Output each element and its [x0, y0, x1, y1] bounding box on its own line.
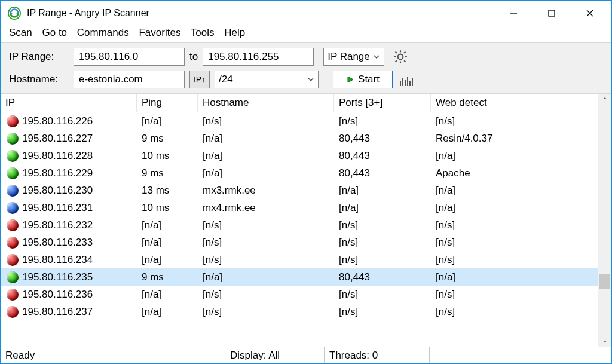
cell-ports: [n/a] — [334, 183, 431, 198]
cell-ports: 80,443 — [334, 131, 431, 146]
scroll-down-icon[interactable]: ⌄ — [598, 334, 611, 347]
status-orb-icon — [7, 219, 19, 231]
cell-hostname: mx3.rmk.ee — [198, 183, 334, 198]
ip-start-input[interactable] — [74, 48, 185, 66]
play-icon — [346, 75, 354, 84]
cell-hostname: [n/a] — [198, 166, 334, 181]
table-header: IP Ping Hostname Ports [3+] Web detect — [1, 94, 611, 112]
cell-webdetect: [n/s] — [431, 287, 611, 302]
table-row[interactable]: 195.80.116.232[n/a][n/s][n/s][n/s] — [1, 216, 611, 234]
cell-ping: 10 ms — [137, 201, 198, 215]
col-webdetect[interactable]: Web detect — [431, 94, 611, 112]
cell-ports: [n/s] — [334, 235, 431, 250]
ip-up-button[interactable]: IP↑ — [189, 71, 210, 88]
to-label: to — [189, 51, 198, 63]
app-icon — [8, 7, 21, 20]
menu-favorites[interactable]: Favorites — [139, 27, 180, 38]
window-title: IP Range - Angry IP Scanner — [27, 8, 494, 19]
cell-ping: 13 ms — [137, 183, 198, 198]
chevron-down-icon — [307, 76, 314, 83]
status-orb-icon — [7, 254, 19, 266]
col-hostname[interactable]: Hostname — [198, 94, 334, 112]
table-row[interactable]: 195.80.116.233[n/a][n/s][n/s][n/s] — [1, 234, 611, 251]
cell-ports: [n/s] — [334, 114, 431, 129]
menu-help[interactable]: Help — [224, 27, 245, 38]
col-ip[interactable]: IP — [1, 94, 137, 112]
cell-webdetect: [n/a] — [431, 270, 611, 285]
status-orb-icon — [7, 167, 19, 179]
feeder-select[interactable]: IP Range — [323, 48, 384, 66]
cell-ip: 195.80.116.233 — [22, 237, 93, 249]
maximize-button[interactable] — [533, 2, 571, 24]
status-orb-icon — [7, 289, 19, 301]
cell-webdetect: Apache — [431, 166, 611, 181]
cell-webdetect: [n/s] — [431, 235, 611, 250]
fetchers-icon[interactable] — [400, 73, 413, 86]
start-button[interactable]: Start — [333, 71, 393, 88]
col-ping[interactable]: Ping — [137, 94, 198, 112]
cell-hostname: [n/s] — [198, 235, 334, 250]
cell-ping: [n/a] — [137, 305, 198, 319]
cell-ip: 195.80.116.230 — [22, 185, 93, 197]
vertical-scrollbar[interactable]: ⌃ ⌄ — [598, 94, 611, 347]
cell-ping: 9 ms — [137, 131, 198, 146]
status-threads: Threads: 0 — [325, 347, 430, 363]
status-orb-icon — [7, 237, 19, 249]
scroll-up-icon[interactable]: ⌃ — [598, 94, 611, 107]
table-row[interactable]: 195.80.116.23110 msmx4.rmk.ee[n/a][n/a] — [1, 199, 611, 216]
cell-webdetect: [n/s] — [431, 253, 611, 267]
titlebar: IP Range - Angry IP Scanner — [1, 1, 611, 26]
cell-webdetect: [n/a] — [431, 149, 611, 163]
iprange-label: IP Range: — [9, 51, 69, 63]
cell-ping: 9 ms — [137, 166, 198, 181]
table-row[interactable]: 195.80.116.226[n/a][n/s][n/s][n/s] — [1, 112, 611, 130]
table-row[interactable]: 195.80.116.237[n/a][n/s][n/s][n/s] — [1, 303, 611, 320]
cell-hostname: [n/s] — [198, 218, 334, 233]
table-row[interactable]: 195.80.116.236[n/a][n/s][n/s][n/s] — [1, 286, 611, 303]
cell-webdetect: [n/a] — [431, 201, 611, 215]
menu-goto[interactable]: Go to — [42, 27, 67, 38]
table-row[interactable]: 195.80.116.2359 ms[n/a]80,443[n/a] — [1, 268, 611, 286]
gear-icon[interactable] — [393, 49, 408, 65]
cell-ports: 80,443 — [334, 149, 431, 163]
menu-commands[interactable]: Commands — [77, 27, 129, 38]
table-row[interactable]: 195.80.116.22810 ms[n/a]80,443[n/a] — [1, 147, 611, 164]
cell-ping: [n/a] — [137, 253, 198, 267]
table-row[interactable]: 195.80.116.23013 msmx3.rmk.ee[n/a][n/a] — [1, 182, 611, 199]
scroll-thumb[interactable] — [599, 274, 610, 289]
menu-tools[interactable]: Tools — [191, 27, 215, 38]
cell-hostname: [n/s] — [198, 305, 334, 319]
status-orb-icon — [7, 271, 19, 283]
statusbar: Ready Display: All Threads: 0 — [1, 347, 611, 363]
cell-ping: [n/a] — [137, 218, 198, 233]
cell-webdetect: [n/s] — [431, 305, 611, 319]
menubar: Scan Go to Commands Favorites Tools Help — [1, 26, 611, 42]
ip-end-input[interactable] — [203, 48, 314, 66]
table-row[interactable]: 195.80.116.2279 ms[n/a]80,443Resin/4.0.3… — [1, 130, 611, 147]
hostname-input[interactable] — [74, 71, 185, 88]
cell-ip: 195.80.116.235 — [22, 271, 93, 283]
table-row[interactable]: 195.80.116.234[n/a][n/s][n/s][n/s] — [1, 251, 611, 268]
cell-hostname: mx4.rmk.ee — [198, 201, 334, 215]
cell-webdetect: [n/s] — [431, 114, 611, 129]
menu-scan[interactable]: Scan — [9, 27, 32, 38]
close-button[interactable] — [571, 2, 609, 24]
cell-ip: 195.80.116.234 — [22, 254, 93, 266]
status-spacer — [430, 347, 611, 363]
cell-ip: 195.80.116.226 — [22, 115, 93, 127]
col-ports[interactable]: Ports [3+] — [334, 94, 431, 112]
minimize-button[interactable] — [494, 2, 533, 24]
cell-hostname: [n/s] — [198, 287, 334, 302]
cell-hostname: [n/s] — [198, 114, 334, 129]
cell-hostname: [n/a] — [198, 270, 334, 285]
table-row[interactable]: 195.80.116.2299 ms[n/a]80,443Apache — [1, 164, 611, 182]
cell-ip: 195.80.116.227 — [22, 133, 93, 145]
scroll-track[interactable] — [598, 107, 611, 334]
cell-ping: [n/a] — [137, 287, 198, 302]
cell-hostname: [n/a] — [198, 131, 334, 146]
cell-ip: 195.80.116.229 — [22, 167, 93, 179]
cell-ports: 80,443 — [334, 270, 431, 285]
status-orb-icon — [7, 133, 19, 145]
netmask-select[interactable]: /24 — [215, 71, 319, 88]
status-orb-icon — [7, 150, 19, 162]
